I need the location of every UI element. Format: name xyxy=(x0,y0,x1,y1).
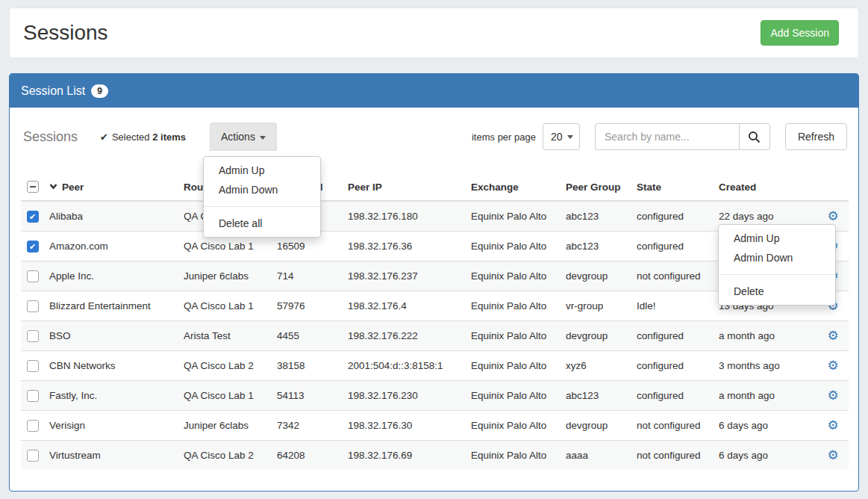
cell-created: a month ago xyxy=(713,381,817,411)
table-row: Virtustream QA Cisco Lab 2 64208 198.32.… xyxy=(21,441,849,471)
cell-peer-ip: 198.32.176.180 xyxy=(342,201,465,232)
panel-heading: Session List 9 xyxy=(10,74,858,108)
row-checkbox[interactable] xyxy=(27,330,39,342)
cell-peer-ip: 198.32.176.237 xyxy=(342,261,465,291)
table-header-row: Peer Router ASN Peer IP Exchange Peer Gr… xyxy=(21,173,849,201)
search-group xyxy=(595,123,770,150)
menu-item-admin-up[interactable]: Admin Up xyxy=(204,161,320,180)
cell-exchange: Equinix Palo Alto xyxy=(465,291,560,321)
page: Sessions Add Session Session List 9 Sess… xyxy=(0,0,868,499)
gear-icon[interactable]: ⚙ xyxy=(827,418,838,433)
cell-asn: 38158 xyxy=(271,351,342,381)
cell-state: configured xyxy=(631,321,713,351)
cell-peer: Fastly, Inc. xyxy=(43,381,178,411)
cell-peer-ip: 198.32.176.4 xyxy=(342,291,465,321)
cell-router: Juniper 6clabs xyxy=(178,261,271,291)
row-checkbox[interactable] xyxy=(27,450,39,462)
cell-peer-ip: 198.32.176.69 xyxy=(342,441,465,471)
selected-count: 2 items xyxy=(152,131,186,143)
row-dropdown-menu: Admin Up Admin Down Delete xyxy=(718,224,836,306)
cell-state: Idle! xyxy=(631,291,713,321)
gear-icon[interactable]: ⚙ xyxy=(827,329,838,343)
cell-router: Arista Test xyxy=(178,321,271,351)
row-checkbox[interactable] xyxy=(27,360,39,372)
cell-exchange: Equinix Palo Alto xyxy=(465,232,560,261)
cell-peer-ip: 2001:504:d::3:8158:1 xyxy=(342,351,465,381)
sort-desc-icon xyxy=(49,183,57,190)
selected-label: Selected xyxy=(112,131,150,143)
cell-router: QA Cisco Lab 1 xyxy=(178,381,271,411)
toolbar: Sessions ✔Selected 2 items Actions items… xyxy=(21,123,847,151)
gear-icon[interactable]: ⚙ xyxy=(827,388,838,403)
cell-peer: Alibaba xyxy=(43,201,178,232)
column-header-created: Created xyxy=(713,173,817,201)
column-header-peer-ip: Peer IP xyxy=(342,173,465,201)
cell-peer-group: abc123 xyxy=(560,232,631,261)
cell-asn: 714 xyxy=(271,261,342,291)
cell-state: not configured xyxy=(631,261,713,291)
cell-peer-group: xyz6 xyxy=(560,351,631,381)
cell-router: Juniper 6clabs xyxy=(178,411,271,441)
cell-peer-ip: 198.32.176.36 xyxy=(342,232,465,261)
row-checkbox[interactable] xyxy=(27,270,39,282)
cell-peer-group: abc123 xyxy=(560,381,631,411)
cell-peer: Verisign xyxy=(43,411,178,441)
cell-peer-ip: 198.32.176.230 xyxy=(342,381,465,411)
toolbar-title: Sessions xyxy=(23,129,78,145)
check-icon: ✔ xyxy=(100,131,108,143)
table-row: BSO Arista Test 4455 198.32.176.222 Equi… xyxy=(21,321,849,351)
menu-divider xyxy=(204,206,320,207)
select-all-checkbox[interactable] xyxy=(27,181,39,193)
panel-title: Session List xyxy=(21,84,85,98)
refresh-button[interactable]: Refresh xyxy=(785,123,847,150)
cell-exchange: Equinix Palo Alto xyxy=(465,411,560,441)
search-icon xyxy=(748,131,761,143)
items-per-page-select[interactable]: 20 xyxy=(543,123,580,150)
cell-peer: Blizzard Entertainment xyxy=(43,291,178,321)
cell-state: configured xyxy=(631,381,713,411)
cell-asn: 64208 xyxy=(271,441,342,471)
row-checkbox[interactable] xyxy=(27,390,39,402)
menu-divider xyxy=(719,274,835,275)
sessions-table: Peer Router ASN Peer IP Exchange Peer Gr… xyxy=(21,173,849,470)
items-per-page-label: items per page xyxy=(472,131,536,143)
cell-created: 6 days ago xyxy=(713,411,817,441)
row-checkbox[interactable] xyxy=(27,241,39,252)
search-button[interactable] xyxy=(739,123,770,150)
cell-exchange: Equinix Palo Alto xyxy=(465,321,560,351)
actions-dropdown-button[interactable]: Actions xyxy=(210,123,277,151)
page-title: Sessions xyxy=(23,21,108,45)
menu-item-delete[interactable]: Delete xyxy=(719,282,835,301)
cell-exchange: Equinix Palo Alto xyxy=(465,261,560,291)
menu-item-delete-all[interactable]: Delete all xyxy=(204,214,320,233)
cell-peer: Apple Inc. xyxy=(43,261,178,291)
cell-created: 6 days ago xyxy=(713,441,817,471)
cell-peer: CBN Networks xyxy=(43,351,178,381)
gear-icon[interactable]: ⚙ xyxy=(827,359,838,373)
row-checkbox[interactable] xyxy=(27,300,39,312)
column-header-state: State xyxy=(631,173,713,201)
actions-label: Actions xyxy=(221,131,255,143)
cell-exchange: Equinix Palo Alto xyxy=(465,351,560,381)
gear-icon[interactable]: ⚙ xyxy=(827,209,838,223)
column-header-peer-group: Peer Group xyxy=(560,173,631,201)
menu-item-admin-down[interactable]: Admin Down xyxy=(204,180,320,199)
column-header-exchange: Exchange xyxy=(465,173,560,201)
column-header-peer[interactable]: Peer xyxy=(43,173,178,201)
cell-peer-group: devgroup xyxy=(560,411,631,441)
cell-peer-group: devgroup xyxy=(560,321,631,351)
cell-state: configured xyxy=(631,351,713,381)
cell-peer-ip: 198.32.176.222 xyxy=(342,321,465,351)
caret-down-icon xyxy=(260,136,266,140)
menu-item-admin-down[interactable]: Admin Down xyxy=(719,248,835,267)
menu-item-admin-up[interactable]: Admin Up xyxy=(719,229,835,248)
cell-peer: BSO xyxy=(43,321,178,351)
search-input[interactable] xyxy=(595,123,739,150)
gear-icon[interactable]: ⚙ xyxy=(827,448,838,462)
add-session-button[interactable]: Add Session xyxy=(761,20,839,46)
row-checkbox[interactable] xyxy=(27,420,39,432)
cell-asn: 57976 xyxy=(271,291,342,321)
table-row: Fastly, Inc. QA Cisco Lab 1 54113 198.32… xyxy=(21,381,849,411)
cell-state: not configured xyxy=(631,411,713,441)
row-checkbox[interactable] xyxy=(27,211,39,223)
